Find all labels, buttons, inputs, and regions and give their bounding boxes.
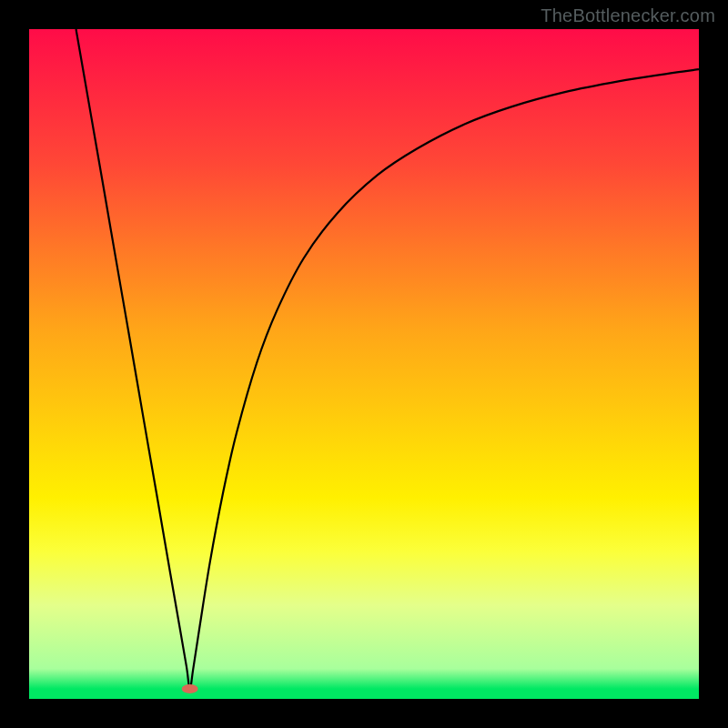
chart-background: [29, 29, 699, 699]
chart-svg: [29, 29, 699, 699]
chart-frame: TheBottlenecker.com: [0, 0, 728, 728]
chart-plot-area: [29, 29, 699, 699]
optimum-marker: [182, 684, 198, 693]
watermark-text: TheBottlenecker.com: [541, 5, 715, 26]
